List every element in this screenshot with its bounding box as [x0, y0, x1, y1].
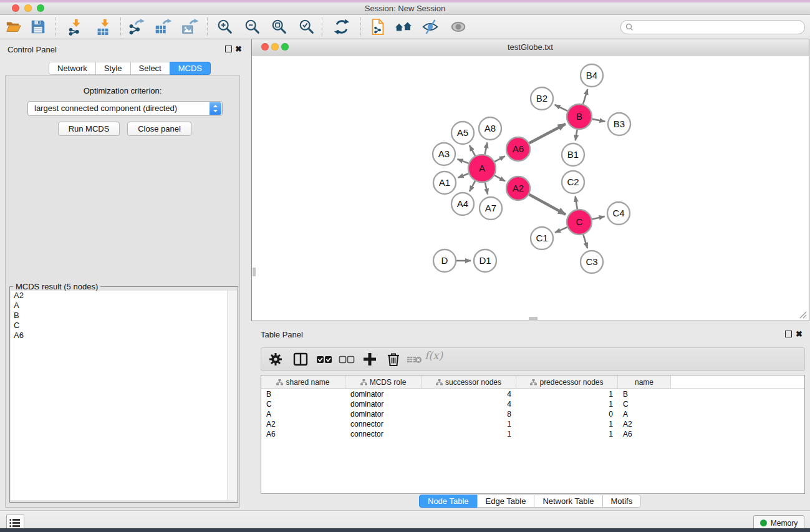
- edge-A-A5[interactable]: [470, 145, 475, 156]
- zoom-fit-icon[interactable]: [271, 18, 288, 36]
- import-network-icon[interactable]: [66, 18, 84, 36]
- column-header-predecessor-nodes[interactable]: predecessor nodes: [516, 375, 618, 389]
- zoom-selected-icon[interactable]: [298, 18, 316, 36]
- show-columns-icon[interactable]: [292, 351, 309, 367]
- node-A8[interactable]: A8: [479, 117, 501, 140]
- network-graph[interactable]: B4B2BB3A8A5A6A3B1AC2A1A2A4A7C4CC1DD1C3: [253, 56, 808, 320]
- mcds-result-item[interactable]: A6: [11, 331, 227, 341]
- edge-A-A3[interactable]: [458, 159, 469, 163]
- edge-C-C4[interactable]: [592, 216, 605, 219]
- edge-C-C3[interactable]: [583, 235, 587, 248]
- save-session-icon[interactable]: [29, 18, 47, 36]
- tab-motifs[interactable]: Motifs: [602, 495, 642, 508]
- table-row-B[interactable]: Bdominator41B: [261, 389, 804, 399]
- edge-A6-B[interactable]: [529, 124, 566, 143]
- mcds-result-item[interactable]: C: [11, 321, 227, 331]
- zoom-in-icon[interactable]: [216, 18, 234, 36]
- table-row-A[interactable]: Adominator80A: [261, 409, 804, 419]
- column-header-shared-name[interactable]: shared name: [261, 375, 345, 389]
- canvas-scroll-nub-vertical[interactable]: [253, 268, 256, 276]
- node-A[interactable]: A: [468, 155, 496, 182]
- edge-B-B3[interactable]: [592, 119, 605, 122]
- node-A5[interactable]: A5: [451, 122, 474, 144]
- node-B3[interactable]: B3: [608, 113, 630, 135]
- tab-select[interactable]: Select: [130, 62, 170, 75]
- function-builder-icon[interactable]: f(x): [425, 349, 443, 362]
- node-A3[interactable]: A3: [433, 143, 455, 165]
- close-panel-icon[interactable]: ✖: [235, 46, 242, 52]
- export-image-icon[interactable]: [181, 18, 198, 36]
- deselect-all-icon[interactable]: [339, 351, 355, 367]
- run-mcds-button[interactable]: Run MCDS: [58, 122, 120, 136]
- open-session-icon[interactable]: [5, 18, 22, 36]
- node-C[interactable]: C: [567, 210, 592, 235]
- zoom-out-icon[interactable]: [244, 18, 261, 36]
- birdseye-view-icon[interactable]: [450, 18, 467, 36]
- tab-network-table[interactable]: Network Table: [534, 495, 602, 508]
- edge-A-A7[interactable]: [485, 183, 488, 195]
- float-panel-icon[interactable]: [225, 46, 232, 52]
- edge-C-C2[interactable]: [576, 196, 577, 210]
- apply-layout-icon[interactable]: [333, 18, 350, 36]
- node-D[interactable]: D: [433, 249, 456, 272]
- export-table-icon[interactable]: [154, 18, 171, 36]
- delete-column-icon[interactable]: [385, 351, 402, 367]
- mcds-result-item[interactable]: A2: [11, 291, 227, 301]
- node-C2[interactable]: C2: [562, 171, 584, 193]
- table-row-C[interactable]: Cdominator41C: [261, 399, 804, 409]
- node-D1[interactable]: D1: [474, 249, 496, 272]
- node-B1[interactable]: B1: [562, 143, 584, 166]
- node-A7[interactable]: A7: [480, 197, 502, 220]
- show-graphics-details-icon[interactable]: [422, 18, 439, 36]
- optimization-criterion-select[interactable]: largest connected component (directed): [27, 101, 223, 116]
- search-input[interactable]: [636, 21, 801, 33]
- column-header-successor-nodes[interactable]: successor nodes: [422, 375, 516, 389]
- add-column-icon[interactable]: [362, 351, 378, 367]
- edge-A-A4[interactable]: [470, 181, 475, 191]
- node-A6[interactable]: A6: [506, 137, 530, 161]
- tab-node-table[interactable]: Node Table: [419, 495, 478, 508]
- mcds-result-scrollbar[interactable]: [227, 291, 237, 500]
- edge-A-A1[interactable]: [458, 173, 469, 178]
- canvas-scroll-nub-horizontal[interactable]: [529, 317, 538, 320]
- close-panel-icon[interactable]: ✖: [796, 331, 803, 337]
- node-C1[interactable]: C1: [531, 227, 553, 249]
- tab-edge-table[interactable]: Edge Table: [477, 495, 535, 508]
- node-B[interactable]: B: [567, 104, 592, 129]
- tab-style[interactable]: Style: [95, 62, 131, 75]
- node-B2[interactable]: B2: [531, 87, 553, 110]
- node-A2[interactable]: A2: [506, 177, 530, 200]
- resize-grip-icon[interactable]: [798, 310, 807, 319]
- node-C3[interactable]: C3: [581, 251, 603, 273]
- float-panel-icon[interactable]: [785, 331, 792, 337]
- delete-table-icon[interactable]: [406, 351, 422, 367]
- edge-A2-C[interactable]: [529, 195, 566, 215]
- node-B4[interactable]: B4: [581, 64, 603, 87]
- settings-gear-icon[interactable]: [268, 351, 284, 367]
- node-A1[interactable]: A1: [433, 172, 456, 194]
- column-header-mcds-role[interactable]: MCDS role: [345, 375, 422, 389]
- edge-C-C1[interactable]: [555, 227, 567, 233]
- node-C4[interactable]: C4: [607, 202, 630, 225]
- table-row-A2[interactable]: A2connector11A2: [261, 419, 804, 429]
- import-table-icon[interactable]: [95, 18, 112, 36]
- table-row-A6[interactable]: A6connector11A6: [261, 429, 804, 439]
- mcds-result-item[interactable]: B: [11, 311, 227, 321]
- network-canvas[interactable]: B4B2BB3A8A5A6A3B1AC2A1A2A4A7C4CC1DD1C3: [253, 56, 808, 320]
- export-network-icon[interactable]: [127, 18, 145, 36]
- edge-A-A8[interactable]: [485, 143, 488, 155]
- edge-B-B2[interactable]: [555, 105, 567, 111]
- edge-B-B4[interactable]: [583, 89, 587, 104]
- mcds-result-item[interactable]: A: [11, 301, 227, 311]
- select-all-icon[interactable]: [316, 351, 332, 367]
- session-details-icon[interactable]: [369, 18, 387, 36]
- tab-mcds[interactable]: MCDS: [170, 62, 211, 75]
- edge-A-A6[interactable]: [494, 156, 505, 162]
- edge-B-B1[interactable]: [576, 130, 577, 141]
- home-icon[interactable]: [395, 18, 412, 36]
- close-panel-button[interactable]: Close panel: [127, 122, 191, 136]
- column-header-name[interactable]: name: [618, 375, 671, 389]
- edge-A-A2[interactable]: [494, 175, 505, 181]
- tab-network[interactable]: Network: [49, 62, 96, 75]
- node-A4[interactable]: A4: [451, 193, 474, 215]
